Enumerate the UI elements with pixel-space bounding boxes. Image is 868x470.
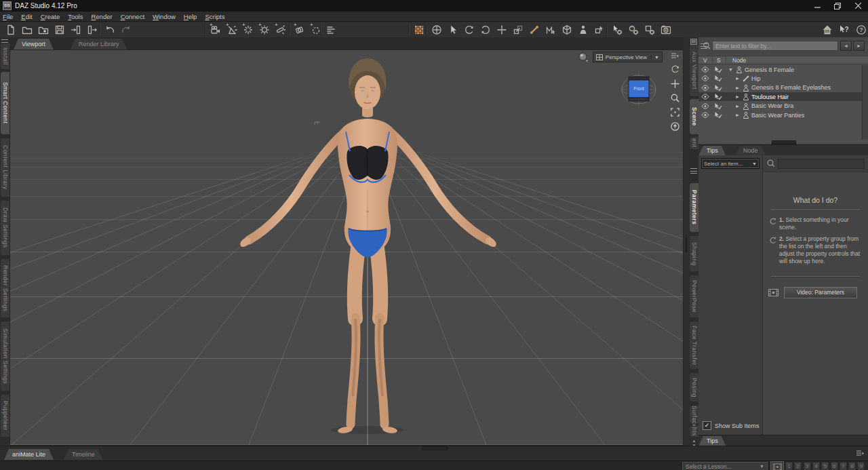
universal-tool-button[interactable] <box>430 24 443 36</box>
menu-item-tools[interactable]: Tools <box>68 13 89 20</box>
menu-item-scripts[interactable]: Scripts <box>205 13 231 20</box>
aim-tool-icon[interactable] <box>669 121 681 132</box>
expand-arrow-icon[interactable]: ► <box>735 74 740 83</box>
sidebar-tab-install[interactable]: Install <box>1 43 9 69</box>
dock-tab-ent[interactable]: ent <box>690 137 698 149</box>
sidebar-tab-render-settings[interactable]: Render Settings <box>1 259 9 317</box>
joint-editor-tool-button[interactable] <box>528 24 541 36</box>
render-button[interactable] <box>412 24 426 36</box>
visibility-eye-icon[interactable] <box>701 65 709 74</box>
bottom-pane-menu-icon[interactable] <box>856 450 864 457</box>
surface-selection-tool-button[interactable] <box>544 24 557 36</box>
menu-item-window[interactable]: Window <box>153 13 182 20</box>
new-camera-button[interactable]: + <box>209 24 222 36</box>
view-cube[interactable]: Front <box>620 72 657 106</box>
scene-node-row[interactable]: ►Genesis 8 Female Eyelashes <box>698 83 863 92</box>
expand-arrow-icon[interactable]: ► <box>735 92 740 101</box>
sidebar-tab-content-library[interactable]: Content Library <box>1 138 9 197</box>
selectability-cursor-icon[interactable] <box>714 102 722 111</box>
menu-item-help[interactable]: Help <box>184 13 203 20</box>
lesson-number-button-6[interactable]: 6 <box>831 462 838 470</box>
help-button[interactable]: ? <box>854 24 868 36</box>
tab-tips[interactable]: Tips <box>698 146 726 156</box>
viewport-pane-menu-icon[interactable] <box>671 52 679 60</box>
rotate-tool-button[interactable] <box>479 24 492 36</box>
figure-setup-tool-button[interactable] <box>576 24 590 36</box>
lesson-number-button-9[interactable]: 9 <box>857 462 865 470</box>
selectability-cursor-icon[interactable] <box>714 74 722 83</box>
scene-scrollbar[interactable] <box>862 65 868 140</box>
export-button[interactable] <box>85 24 99 36</box>
lesson-number-button-5[interactable]: 5 <box>821 462 829 470</box>
lesson-play-button[interactable] <box>770 461 784 470</box>
expand-arrow-icon[interactable]: ► <box>735 83 740 92</box>
lesson-number-button-4[interactable]: 4 <box>812 462 820 470</box>
tool-settings-sphere-button[interactable] <box>627 24 640 36</box>
scene-node-row[interactable]: ▼Genesis 8 Female <box>698 65 863 74</box>
viewport-3d[interactable]: Perspective View ▼ Front <box>9 50 684 446</box>
show-sub-items-checkbox[interactable]: ✓ <box>703 421 711 430</box>
scale-tool-button[interactable] <box>511 24 525 36</box>
selectability-cursor-icon[interactable] <box>714 92 722 101</box>
tool-settings-pointer-button[interactable] <box>610 24 624 36</box>
node-edit-tool-button[interactable] <box>593 24 606 36</box>
menu-item-file[interactable]: File <box>3 13 19 20</box>
dock-tab-aux-viewport[interactable]: Aux Viewport <box>690 45 698 96</box>
bottom-splitter-handle[interactable] <box>422 446 448 450</box>
frame-tool-icon[interactable] <box>669 106 681 118</box>
whats-this-button[interactable]: ? <box>837 24 851 36</box>
scene-node-row[interactable]: ►Toulouse Hair <box>698 92 863 101</box>
filter-next-button[interactable]: ► <box>853 41 865 51</box>
drawstyle-sphere-icon[interactable] <box>578 52 589 62</box>
scene-node-row[interactable]: ►Basic Wear Panties <box>698 111 863 119</box>
scene-node-row[interactable]: ►Hip <box>698 74 863 83</box>
parameters-pane-menu-icon[interactable] <box>690 168 697 174</box>
search-icon[interactable] <box>767 159 775 168</box>
lesson-selector-dropdown[interactable]: Select a Lesson... ▼ <box>682 462 768 470</box>
dolly-zoom-tool-icon[interactable] <box>669 92 681 104</box>
dock-pane-icon[interactable] <box>690 39 697 45</box>
vertical-splitter[interactable] <box>684 37 689 446</box>
lesson-number-button-7[interactable]: 7 <box>840 462 847 470</box>
expand-arrow-icon[interactable]: ► <box>735 111 740 119</box>
item-selector-dropdown[interactable]: Select an item... ▼ <box>701 158 760 169</box>
filter-prev-button[interactable]: ◄ <box>840 41 852 51</box>
tab-tips-bottom[interactable]: Tips <box>698 436 726 446</box>
scene-node-row[interactable]: ►Basic Wear Bra <box>698 102 863 111</box>
orbit-tool-icon[interactable] <box>669 64 681 75</box>
sidebar-tab-draw-settings[interactable]: Draw Settings <box>1 201 9 255</box>
tab-animate-lite[interactable]: aniMate Lite <box>4 449 54 460</box>
visibility-eye-icon[interactable] <box>701 74 709 83</box>
frame-camera-button[interactable]: + <box>293 24 307 36</box>
undo-button[interactable] <box>103 24 117 36</box>
selectability-cursor-icon[interactable] <box>714 83 722 92</box>
new-file-button[interactable] <box>4 24 18 36</box>
menu-item-render[interactable]: Render <box>91 13 118 20</box>
expand-arrow-icon[interactable]: ► <box>735 102 740 111</box>
new-point-light-button[interactable]: + <box>241 24 255 36</box>
visibility-eye-icon[interactable] <box>701 83 709 92</box>
video-parameters-button[interactable]: Video: Parameters <box>784 287 857 298</box>
lesson-number-button-3[interactable]: 3 <box>804 462 811 470</box>
parameters-search-field[interactable] <box>778 159 865 169</box>
sidebar-tab-puppeteer[interactable]: Puppeteer <box>1 395 9 437</box>
visibility-eye-icon[interactable] <box>701 102 709 111</box>
dock-tab-face-transfer[interactable]: Face Transfer <box>690 321 698 369</box>
aim-camera-button[interactable]: + <box>309 24 323 36</box>
dock-tab-parameters[interactable]: Parameters <box>690 183 698 232</box>
visibility-eye-icon[interactable] <box>701 111 709 119</box>
tab-node[interactable]: Node <box>735 146 766 156</box>
merge-file-button[interactable] <box>37 24 50 36</box>
save-button[interactable] <box>53 24 66 36</box>
node-selection-tool-button[interactable] <box>446 24 460 36</box>
sidebar-tab-smart-content[interactable]: Smart Content <box>1 72 9 134</box>
translate-tool-button[interactable] <box>495 24 509 36</box>
restore-button[interactable] <box>827 0 848 12</box>
tab-timeline[interactable]: Timeline <box>64 449 103 460</box>
lesson-number-button-8[interactable]: 8 <box>848 462 856 470</box>
camera-selector-dropdown[interactable]: Perspective View ▼ <box>593 52 663 62</box>
scene-filter-input[interactable] <box>712 41 838 51</box>
expand-arrow-icon[interactable]: ▼ <box>728 65 733 74</box>
tool-settings-cube-button[interactable] <box>643 24 656 36</box>
redo-button[interactable] <box>119 24 133 36</box>
